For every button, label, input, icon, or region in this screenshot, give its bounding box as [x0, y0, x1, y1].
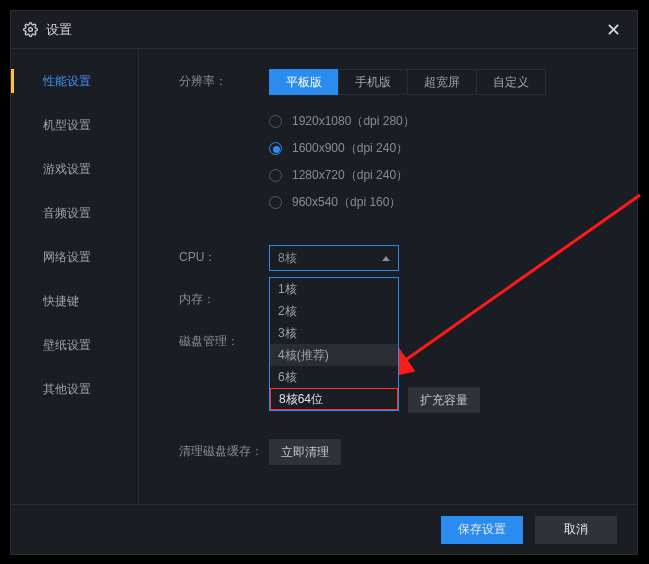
cpu-option-5[interactable]: 8核64位 — [270, 388, 398, 410]
footer: 保存设置 取消 — [11, 504, 637, 554]
settings-window: 设置 ✕ 性能设置机型设置游戏设置音频设置网络设置快捷键壁纸设置其他设置 分辨率… — [10, 10, 638, 555]
resolution-tab-2[interactable]: 超宽屏 — [407, 69, 477, 95]
resolution-tab-1[interactable]: 手机版 — [338, 69, 408, 95]
resolution-radio-1[interactable]: 1600x900（dpi 240） — [269, 140, 415, 157]
sidebar-item-2[interactable]: 游戏设置 — [11, 147, 138, 191]
content: 分辨率： 平板版手机版超宽屏自定义 1920x1080（dpi 280）1600… — [139, 49, 637, 504]
cpu-label: CPU： — [179, 245, 269, 266]
sidebar-item-1[interactable]: 机型设置 — [11, 103, 138, 147]
window-title: 设置 — [46, 21, 72, 39]
expand-capacity-button[interactable]: 扩充容量 — [408, 387, 480, 413]
cpu-select-value: 8核 — [278, 250, 297, 267]
cancel-button[interactable]: 取消 — [535, 516, 617, 544]
cpu-option-3[interactable]: 4核(推荐) — [270, 344, 398, 366]
sidebar-item-7[interactable]: 其他设置 — [11, 367, 138, 411]
titlebar: 设置 ✕ — [11, 11, 637, 49]
cpu-option-4[interactable]: 6核 — [270, 366, 398, 388]
svg-point-0 — [29, 28, 33, 32]
memory-label: 内存： — [179, 287, 269, 308]
radio-dot-icon — [269, 142, 282, 155]
resolution-radios: 1920x1080（dpi 280）1600x900（dpi 240）1280x… — [269, 111, 415, 211]
save-button[interactable]: 保存设置 — [441, 516, 523, 544]
clear-cache-label: 清理磁盘缓存： — [179, 439, 269, 460]
radio-dot-icon — [269, 196, 282, 209]
radio-dot-icon — [269, 169, 282, 182]
resolution-tab-3[interactable]: 自定义 — [476, 69, 546, 95]
resolution-radio-2[interactable]: 1280x720（dpi 240） — [269, 167, 415, 184]
cpu-option-0[interactable]: 1核 — [270, 278, 398, 300]
cpu-select[interactable]: 8核 — [269, 245, 399, 271]
radio-dot-icon — [269, 115, 282, 128]
resolution-tab-0[interactable]: 平板版 — [269, 69, 339, 95]
disk-label: 磁盘管理： — [179, 329, 269, 350]
sidebar-item-4[interactable]: 网络设置 — [11, 235, 138, 279]
resolution-radio-0[interactable]: 1920x1080（dpi 280） — [269, 113, 415, 130]
clear-now-button[interactable]: 立即清理 — [269, 439, 341, 465]
cpu-option-1[interactable]: 2核 — [270, 300, 398, 322]
resolution-tabs: 平板版手机版超宽屏自定义 — [269, 69, 546, 95]
resolution-label: 分辨率： — [179, 69, 269, 90]
sidebar-item-6[interactable]: 壁纸设置 — [11, 323, 138, 367]
sidebar-item-3[interactable]: 音频设置 — [11, 191, 138, 235]
cpu-option-2[interactable]: 3核 — [270, 322, 398, 344]
cpu-dropdown: 1核2核3核4核(推荐)6核8核64位 — [269, 277, 399, 411]
resolution-radio-3[interactable]: 960x540（dpi 160） — [269, 194, 415, 211]
sidebar: 性能设置机型设置游戏设置音频设置网络设置快捷键壁纸设置其他设置 — [11, 49, 139, 504]
gear-icon — [23, 22, 38, 37]
chevron-up-icon — [382, 256, 390, 261]
sidebar-item-0[interactable]: 性能设置 — [11, 59, 138, 103]
close-icon[interactable]: ✕ — [601, 19, 625, 41]
sidebar-item-5[interactable]: 快捷键 — [11, 279, 138, 323]
